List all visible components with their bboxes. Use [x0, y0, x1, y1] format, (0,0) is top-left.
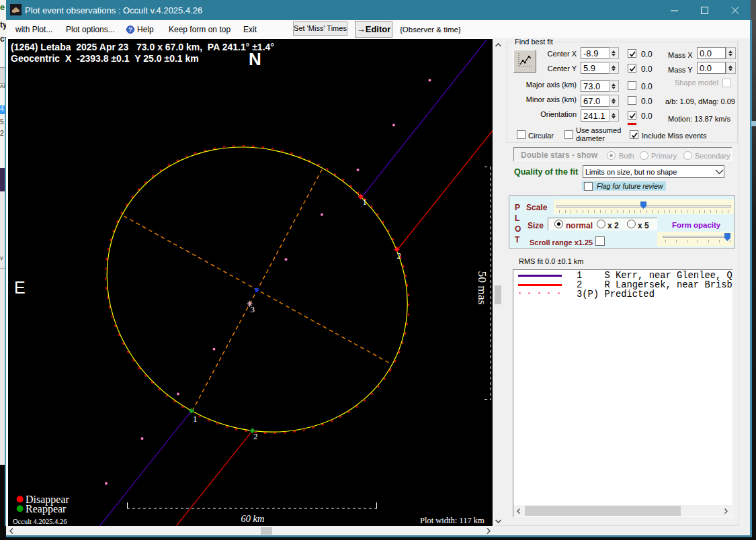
svg-text:1: 1: [193, 414, 198, 424]
svg-text:Plot width: 117 km: Plot width: 117 km: [420, 516, 485, 525]
svg-text:60 km: 60 km: [241, 513, 264, 524]
svg-text:Reappear: Reappear: [26, 503, 67, 515]
svg-text:(1264) Letaba 2025 Apr 23 7: (1264) Letaba 2025 Apr 23 73.0 x 67.0 km…: [11, 42, 274, 52]
svg-text:N: N: [249, 49, 261, 69]
svg-text:1: 1: [363, 197, 368, 207]
svg-text:50 mas: 50 mas: [476, 271, 489, 304]
svg-text:2: 2: [253, 431, 258, 441]
svg-text:Geocentric X -2393.8 ±0.1 Y: Geocentric X -2393.8 ±0.1 Y 25.0 ±0.1 km: [11, 53, 199, 64]
svg-text:2: 2: [397, 251, 402, 261]
svg-text:E: E: [14, 278, 26, 297]
svg-text:Occult 4.2025.4.26: Occult 4.2025.4.26: [13, 518, 67, 525]
